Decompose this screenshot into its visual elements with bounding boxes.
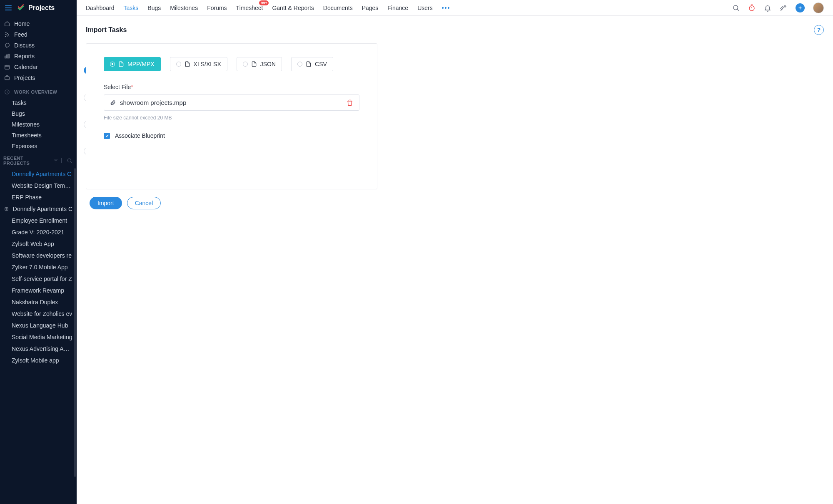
project-item[interactable]: Zylsoft Mobile app (0, 355, 77, 366)
tab-bugs[interactable]: Bugs (147, 5, 161, 11)
format-csv[interactable]: CSV (291, 57, 333, 71)
timer-icon[interactable] (748, 4, 756, 12)
sidebar: Projects Home Feed Discuss Reports Calen… (0, 0, 77, 504)
svg-rect-1 (7, 55, 7, 58)
tab-users[interactable]: Users (417, 5, 433, 11)
project-item[interactable]: Donnelly Apartments C (0, 203, 77, 215)
format-mpp[interactable]: MPP/MPX (104, 57, 161, 71)
project-item[interactable]: Employee Enrollment (0, 215, 77, 226)
topbar-right (732, 2, 824, 13)
format-row: MPP/MPX XLS/XLSX JSON (104, 57, 359, 71)
search-icon[interactable] (67, 158, 72, 164)
wo-expenses[interactable]: Expenses (0, 141, 77, 151)
tab-tasks[interactable]: Tasks (124, 5, 139, 11)
recent-projects-heading: RECENT PROJECTS (0, 151, 77, 168)
help-button[interactable]: ? (814, 25, 824, 35)
project-item[interactable]: ERP Phase (0, 191, 77, 203)
divider (61, 158, 62, 163)
project-item[interactable]: Nexus Language Hub (0, 320, 77, 331)
bell-icon[interactable] (764, 4, 771, 12)
checkbox-checked-icon (104, 133, 110, 139)
format-xls[interactable]: XLS/XLSX (170, 57, 227, 71)
work-overview-label: WORK OVERVIEW (14, 89, 57, 94)
project-item[interactable]: Website for Zoholics ev (0, 308, 77, 320)
format-json[interactable]: JSON (237, 57, 282, 71)
project-item[interactable]: Zylker 7.0 Mobile App (0, 261, 77, 273)
svg-rect-2 (8, 54, 9, 58)
page-title: Import Tasks (86, 26, 127, 34)
project-item[interactable]: Donnelly Apartments C (0, 168, 77, 180)
project-item[interactable]: Software developers re (0, 250, 77, 261)
clock-icon (4, 89, 10, 95)
search-icon[interactable] (732, 4, 740, 12)
cancel-button[interactable]: Cancel (127, 197, 161, 209)
wo-tasks[interactable]: Tasks (0, 97, 77, 108)
wo-bugs[interactable]: Bugs (0, 108, 77, 119)
project-item[interactable]: Zylsoft Web App (0, 238, 77, 250)
topbar: Dashboard Tasks Bugs Milestones Forums T… (77, 0, 833, 16)
tab-dashboard[interactable]: Dashboard (86, 5, 115, 11)
tab-pages[interactable]: Pages (362, 5, 379, 11)
nav-calendar[interactable]: Calendar (0, 62, 77, 72)
tab-gantt[interactable]: Gantt & Reports (272, 5, 314, 11)
more-tabs-icon[interactable]: ••• (442, 5, 451, 11)
radio-icon (110, 62, 115, 67)
tab-documents[interactable]: Documents (323, 5, 353, 11)
associate-blueprint-row[interactable]: Associate Blueprint (104, 132, 359, 139)
wo-timesheets[interactable]: Timesheets (0, 130, 77, 141)
tab-forums[interactable]: Forums (207, 5, 227, 11)
file-icon (185, 61, 190, 67)
nav-projects-label: Projects (14, 74, 35, 81)
nav-calendar-label: Calendar (14, 64, 38, 70)
avatar[interactable] (813, 2, 824, 13)
project-item[interactable]: Framework Revamp (0, 285, 77, 296)
filter-icon[interactable] (53, 158, 59, 164)
svg-rect-0 (5, 56, 6, 58)
check-icon (105, 134, 109, 138)
main: Dashboard Tasks Bugs Milestones Forums T… (77, 0, 833, 504)
svg-rect-3 (5, 65, 10, 69)
tab-finance[interactable]: Finance (387, 5, 408, 11)
select-file-text: Select File (104, 84, 131, 90)
file-name: showroom projects.mpp (120, 99, 186, 106)
project-item[interactable]: Website Design Templa (0, 180, 77, 191)
file-input[interactable]: showroom projects.mpp (104, 94, 359, 111)
project-item[interactable]: Grade V: 2020-2021 (0, 226, 77, 238)
project-item-label: Donnelly Apartments C (13, 206, 72, 212)
format-label: XLS/XLSX (194, 61, 221, 67)
format-label: CSV (315, 61, 327, 67)
nav-reports[interactable]: Reports (0, 51, 77, 62)
file-icon (251, 61, 257, 67)
tab-milestones[interactable]: Milestones (170, 5, 198, 11)
content: Import Tasks ? 1 2 3 (77, 16, 833, 504)
sidebar-scrollbar[interactable] (74, 168, 76, 477)
nav-list: Home Feed Discuss Reports Calendar Proje… (0, 16, 77, 83)
trash-icon[interactable] (347, 99, 353, 106)
wo-milestones[interactable]: Milestones (0, 119, 77, 130)
radio-icon (243, 62, 248, 67)
recent-projects-label: RECENT PROJECTS (3, 156, 50, 166)
format-label: JSON (260, 61, 276, 67)
project-item[interactable]: Social Media Marketing (0, 331, 77, 343)
nav-feed[interactable]: Feed (0, 29, 77, 40)
add-button[interactable] (796, 3, 805, 12)
file-hint: File size cannot exceed 20 MB (104, 115, 359, 121)
brand-name: Projects (28, 4, 55, 12)
nav-feed-label: Feed (14, 31, 27, 38)
tools-icon[interactable] (780, 4, 787, 12)
recent-projects-list: Donnelly Apartments C Website Design Tem… (0, 168, 77, 504)
tab-timesheet[interactable]: Timesheet99+ (236, 5, 263, 11)
nav-discuss[interactable]: Discuss (0, 40, 77, 51)
nav-projects[interactable]: Projects (0, 72, 77, 83)
import-button[interactable]: Import (90, 197, 122, 209)
hamburger-icon[interactable] (3, 4, 13, 12)
work-overview-heading: WORK OVERVIEW (0, 83, 77, 97)
nav-home[interactable]: Home (0, 18, 77, 29)
project-item[interactable]: Nexus Advertising Agen (0, 343, 77, 355)
page-head: Import Tasks ? (86, 25, 824, 35)
import-panel: MPP/MPX XLS/XLSX JSON (86, 43, 377, 189)
file-icon (306, 61, 312, 67)
project-item[interactable]: Nakshatra Duplex (0, 296, 77, 308)
nav-reports-label: Reports (14, 53, 35, 60)
project-item[interactable]: Self-service portal for Z (0, 273, 77, 285)
